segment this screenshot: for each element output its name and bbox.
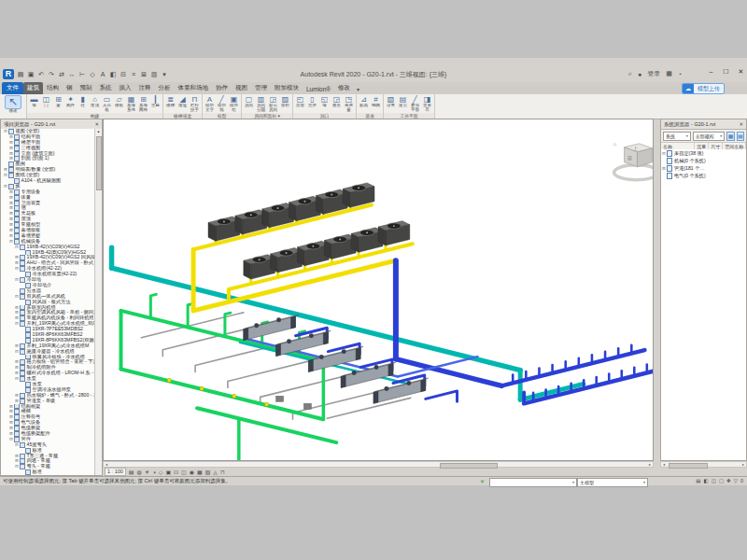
system-browser-h-scrollbar[interactable]: ◂▸ <box>660 461 747 468</box>
redo-icon[interactable]: ↷ <box>48 70 55 78</box>
ribbon-button-屋顶[interactable]: ⌂屋顶 <box>89 95 101 113</box>
close-icon[interactable]: ✕ <box>739 119 743 129</box>
close-hidden-windows-icon[interactable]: ⊠ <box>140 70 148 78</box>
ribbon-button-参照平面[interactable]: ╱参照平面 <box>409 95 421 113</box>
discipline-select[interactable]: 全部规程▾ <box>693 132 726 141</box>
tab-结构[interactable]: 结构 <box>43 82 63 94</box>
close-icon[interactable]: ✕ <box>94 119 99 129</box>
ribbon-button-模型组[interactable]: ▣模型组 <box>228 95 240 113</box>
temporary-hide-isolate-icon[interactable]: ◫ <box>181 469 187 475</box>
tab-体量和场地[interactable]: 体量和场地 <box>175 82 213 94</box>
text-icon[interactable]: A <box>99 70 106 78</box>
measure-icon[interactable]: ↔ <box>68 70 76 78</box>
constraints-icon[interactable]: ⊓ <box>220 469 225 475</box>
tab-管理[interactable]: 管理 <box>251 82 271 94</box>
ribbon-button-竖梃[interactable]: ┃竖梃 <box>149 95 162 113</box>
analytical-model-icon[interactable]: ◬ <box>213 469 218 475</box>
ribbon-button-栏杆扶手[interactable]: Π栏杆扶手 <box>189 95 201 113</box>
ribbon-button-标高[interactable]: ⊿标高 <box>358 95 370 113</box>
ribbon-collapse-icon[interactable]: ▾ <box>354 84 362 94</box>
temporary-view-properties-icon[interactable]: ▧ <box>205 469 211 475</box>
help-icon[interactable]: ◔ <box>678 71 682 77</box>
system-row[interactable]: 机械(0 个系统) <box>661 157 746 164</box>
exclude-options-icon[interactable]: ▢ <box>719 477 724 485</box>
ribbon-button-楼梯[interactable]: ≣楼梯 <box>164 95 176 113</box>
chiller-end[interactable] <box>388 364 393 376</box>
chiller-end[interactable] <box>291 316 296 329</box>
press-drag-icon[interactable]: ✥ <box>726 477 731 485</box>
chilled-water-mains-blue[interactable] <box>396 260 653 403</box>
worksets-icon[interactable]: ▤ <box>696 477 700 485</box>
tab-附加模块[interactable]: 附加模块 <box>271 82 303 94</box>
visual-style-icon[interactable]: ◍ <box>137 469 142 475</box>
system-row[interactable]: ⊟未指定(38 项) <box>661 149 746 157</box>
maximize-button[interactable]: ☐ <box>722 68 730 76</box>
chiller-end[interactable] <box>323 332 328 344</box>
ribbon-button-窗[interactable]: ⊞窗 <box>52 95 64 113</box>
ribbon-button-按面[interactable]: ◰按面 <box>294 95 306 113</box>
sign-in-label[interactable]: 登录 <box>647 69 660 78</box>
ribbon-button-设置[interactable]: ▧设置 <box>385 95 397 113</box>
filter-icon[interactable]: ▽ <box>734 477 738 485</box>
chiller-connector[interactable] <box>426 391 458 401</box>
ribbon-button-墙[interactable]: ▬墙 <box>28 95 40 113</box>
link-icon[interactable]: ◫ <box>712 477 716 485</box>
chiller-end[interactable] <box>374 391 378 403</box>
close-button[interactable]: ✕ <box>737 68 745 76</box>
minimize-button[interactable]: – <box>707 68 715 76</box>
pump[interactable] <box>303 403 311 409</box>
ribbon-button-模型线[interactable]: ╱模型线 <box>216 95 228 113</box>
green-riser[interactable] <box>150 294 156 317</box>
tree-item[interactable]: 标准 <box>1 469 95 475</box>
cooling-tower[interactable] <box>378 221 410 245</box>
ribbon-button-轴网[interactable]: #轴网 <box>370 95 382 113</box>
tab-Lumion®[interactable]: Lumion® <box>303 84 334 94</box>
ribbon-button-房间[interactable]: ▢房间 <box>243 95 255 113</box>
sync-icon[interactable]: ⇄ <box>58 70 65 78</box>
ribbon-button-垂直[interactable]: ◲垂直 <box>331 95 343 113</box>
chiller-end[interactable] <box>244 329 248 341</box>
tag-icon[interactable]: ◇ <box>89 70 96 78</box>
valve[interactable] <box>264 402 268 406</box>
valve[interactable] <box>167 378 171 382</box>
worksharing-display-icon[interactable]: ▦ <box>197 469 203 475</box>
chiller[interactable] <box>244 315 299 340</box>
tab-系统[interactable]: 系统 <box>96 82 116 94</box>
crop-view-icon[interactable]: ▣ <box>165 469 171 475</box>
save-icon[interactable]: ▣ <box>27 70 35 78</box>
section-icon[interactable]: ⊟ <box>120 70 127 78</box>
detail-level-icon[interactable]: ▤ <box>129 469 134 475</box>
chiller-body[interactable] <box>374 379 426 403</box>
tab-分析[interactable]: 分析 <box>155 82 175 94</box>
ribbon-button-门[interactable]: ◫门 <box>40 95 52 113</box>
canvas-h-scrollbar[interactable]: ◂▸ <box>103 461 654 468</box>
pump[interactable] <box>276 396 284 401</box>
ribbon-button-查看器[interactable]: ◨查看器 <box>421 95 433 113</box>
design-options-icon[interactable]: ◧ <box>703 477 708 485</box>
tab-插入[interactable]: 插入 <box>116 82 135 94</box>
ribbon-button-房间分隔[interactable]: ▥房间分隔 <box>255 95 267 113</box>
filter-count[interactable]: 0 <box>740 477 743 485</box>
ribbon-button-显示[interactable]: ▤显示 <box>397 95 409 113</box>
account-icon[interactable]: ● <box>638 71 641 77</box>
search-icon[interactable]: ⌕ <box>628 70 632 77</box>
chiller-end[interactable] <box>356 348 360 360</box>
ribbon-button-柱[interactable]: ▮柱 <box>77 95 89 113</box>
active-workset-select[interactable]: ▾ <box>489 478 577 487</box>
tab-协作[interactable]: 协作 <box>212 82 232 94</box>
open-icon[interactable]: ▤ <box>17 70 24 78</box>
chiller-body[interactable] <box>244 316 296 341</box>
design-option-select[interactable]: 主模型▾ <box>577 478 648 487</box>
shadows-icon[interactable]: ◑ <box>152 469 156 475</box>
ribbon-button-模型文字[interactable]: A模型文字 <box>204 95 216 113</box>
ribbon-button-坡道[interactable]: ◢坡道 <box>176 95 189 113</box>
default-3d-view-icon[interactable]: ◧ <box>109 70 117 78</box>
system-row[interactable]: ⊞管道(181 个… <box>661 164 746 172</box>
ribbon-button-标记房间[interactable]: ◲标记房间 <box>267 95 279 113</box>
app-store-icon[interactable]: ▦ <box>666 70 672 77</box>
render-icon[interactable]: ◇ <box>159 469 163 475</box>
thin-lines-icon[interactable]: ≡ <box>130 70 137 78</box>
valves-and-pumps[interactable] <box>167 378 311 409</box>
undo-icon[interactable]: ↶ <box>37 70 45 78</box>
ribbon-button-楼板[interactable]: ▱楼板 <box>113 95 125 113</box>
